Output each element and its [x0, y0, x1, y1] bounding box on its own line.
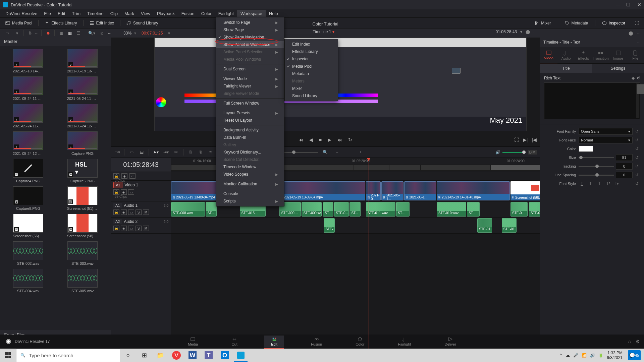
record-icon[interactable]: ⬤	[44, 29, 52, 37]
media-item[interactable]: ♪2021-05-18 14-50-...	[3, 49, 54, 73]
volume-slider[interactable]	[502, 152, 526, 153]
taskbar-explorer[interactable]: 📁	[152, 349, 168, 362]
submenu-item[interactable]: Meters	[285, 77, 338, 85]
timeline-clip[interactable]: ⎘2021-05-19 14-31-40.mp4	[437, 181, 510, 200]
menu-mark[interactable]: Mark	[121, 10, 138, 17]
media-item[interactable]: ♪2021-05-24 11-53-...	[57, 76, 108, 101]
submenu-item[interactable]: ✓Media Pool	[285, 63, 338, 70]
dim-button[interactable]: DIM	[528, 150, 537, 155]
subscript-button[interactable]: T₂	[613, 180, 620, 187]
menu-item[interactable]: Keyword Dictionary...	[216, 148, 284, 156]
media-item[interactable]: 🖼Screenshot (58).png	[57, 214, 108, 238]
settings-icon[interactable]: ⚙	[636, 339, 640, 344]
menu-item[interactable]: Layout Presets▶	[216, 109, 284, 117]
menu-item[interactable]: Video Scopes▶	[216, 171, 284, 178]
menu-view[interactable]: View	[138, 10, 154, 17]
menu-trim[interactable]: Trim	[69, 10, 84, 17]
menu-item[interactable]: Media Pool Windows	[216, 56, 284, 63]
page-color[interactable]: Color	[349, 336, 371, 348]
taskbar-word[interactable]: W	[184, 349, 201, 362]
menu-item[interactable]: Monitor Calibration▶	[216, 180, 284, 188]
match-frame-button[interactable]: ⛶	[514, 137, 519, 142]
next-edit-button[interactable]: ▶|	[523, 137, 528, 142]
timeline-clip[interactable]: ST...	[467, 202, 479, 217]
timeline-clip[interactable]: STE-008.wav	[171, 202, 205, 217]
submenu-item[interactable]: Mixer	[285, 85, 338, 92]
reset-icon[interactable]: ↺	[635, 164, 640, 169]
page-media[interactable]: Media	[181, 336, 205, 348]
superscript-button[interactable]: T²	[605, 180, 611, 187]
media-item[interactable]: ♪Capture.PNG	[57, 131, 108, 156]
media-grid[interactable]: ♪2021-05-18 14-50-...♪2021-05-19 13-09-.…	[0, 46, 111, 330]
edit-index-toggle[interactable]: Edit Index	[87, 20, 117, 26]
page-cut[interactable]: Cut	[225, 336, 244, 348]
size-slider[interactable]	[579, 157, 614, 158]
taskbar-taskview[interactable]: ⊞	[136, 349, 152, 362]
effects-library-toggle[interactable]: Effects Library	[42, 20, 79, 26]
menu-item[interactable]: Show Page▶	[216, 26, 284, 34]
media-item[interactable]: STE-004.wav	[3, 269, 54, 293]
size-value[interactable]: 51	[616, 154, 633, 161]
replace-icon[interactable]: ⟲	[208, 149, 214, 155]
rich-text-input[interactable]	[544, 82, 640, 119]
show-panel-submenu[interactable]: Edit IndexEffects Library✓Inspector✓Medi…	[284, 39, 338, 101]
taskbar-search[interactable]: 🔍 Type here to search	[16, 349, 120, 362]
media-item[interactable]: HSL ▾🖼Capture5.PNG	[57, 159, 108, 183]
taskbar-cortana[interactable]: ○	[120, 349, 136, 362]
reset-icon[interactable]: ↺	[635, 155, 640, 160]
timeline-clip[interactable]: ⎘2021-05-1...	[381, 181, 404, 200]
viewer-canvas[interactable]: May 2021	[154, 38, 527, 131]
track-head-a1[interactable]: A1Audio 12.0 🔒◈▭SM	[111, 201, 171, 218]
media-item[interactable]: ♪2021-05-24 12-11-...	[3, 131, 54, 156]
thumb-grid-icon[interactable]: ▦	[66, 29, 73, 37]
thumb-large-icon[interactable]: ▦	[57, 29, 65, 37]
menu-davinci-resolve[interactable]: DaVinci Resolve	[2, 10, 41, 17]
tray-mic-icon[interactable]: 🎤	[573, 353, 578, 358]
zoom-out-icon[interactable]: 🔍	[322, 149, 328, 155]
submenu-item[interactable]: Sound Library	[285, 92, 338, 100]
media-item[interactable]: STE-002.wav	[3, 241, 54, 265]
loop-button[interactable]: ↻	[348, 137, 352, 142]
tray-wifi-icon[interactable]: 📶	[582, 353, 587, 358]
menu-item[interactable]: Dual Screen▶	[216, 65, 284, 73]
track-head-subtitle[interactable]: 🔒◈▭ 8 Clips	[111, 172, 171, 181]
stop-button[interactable]: ■	[319, 137, 322, 142]
mixer-toggle[interactable]: Mixer	[532, 20, 553, 26]
expand-button[interactable]: ⛶	[632, 20, 641, 26]
timeline-clip[interactable]: STE-...	[324, 218, 335, 233]
taskbar-vivaldi[interactable]: V	[168, 349, 184, 362]
menu-item[interactable]: Reset UI Layout	[216, 117, 284, 124]
timeline-clip[interactable]: ST...	[350, 202, 361, 217]
insert-icon[interactable]: ⎘	[187, 149, 194, 155]
submenu-item[interactable]: Metadata	[285, 70, 338, 77]
inspector-toggle[interactable]: Inspector	[599, 20, 628, 26]
inspector-tab-image[interactable]: Image	[609, 47, 627, 63]
timeline-clip[interactable]: STE-0...	[334, 202, 349, 217]
chevron-down-icon[interactable]: ▾	[13, 29, 21, 37]
media-item[interactable]: 🖼Capture4.PNG	[3, 159, 54, 183]
timeline-clip[interactable]: STE-01...	[477, 218, 492, 233]
track-head-a2[interactable]: A2Audio 22.0 🔒◈▭SM	[111, 218, 171, 234]
options-icon[interactable]: ⬤	[627, 29, 635, 37]
reset-icon[interactable]: ↺	[635, 138, 640, 142]
menu-item[interactable]: Active Panel Selection▶	[216, 48, 284, 56]
tracking-slider[interactable]	[579, 166, 614, 167]
line-spacing-slider[interactable]	[579, 175, 614, 176]
media-item[interactable]: ♪2021-05-24 11-53-...	[3, 76, 54, 101]
menu-timeline[interactable]: Timeline	[84, 10, 107, 17]
menu-item[interactable]: Show Panel in Workspace▶	[216, 41, 284, 48]
media-item[interactable]: STE-003.wav	[57, 241, 108, 265]
section-rich-text[interactable]: Rich Text	[544, 76, 560, 80]
track-head-v1[interactable]: V1Video 1 🔒◈▭ 39 Clips	[111, 181, 171, 201]
blade-icon[interactable]: ✂	[173, 149, 179, 155]
tray-volume-icon[interactable]: 🔊	[590, 353, 595, 358]
tracking-value[interactable]: 0	[616, 163, 633, 170]
minimize-button[interactable]: ─	[616, 2, 620, 7]
timeline-clip[interactable]: ⎘2021-05-19 13-09-04.mp4	[279, 181, 365, 200]
sound-library-toggle[interactable]: Sound Library	[124, 20, 161, 26]
timeline-zoom-slider[interactable]	[281, 152, 318, 153]
menu-workspace[interactable]: Workspace	[237, 10, 266, 17]
timeline-selector[interactable]: Timeline 1▾	[313, 29, 335, 34]
menu-item[interactable]: Full Screen Window	[216, 100, 284, 107]
media-item[interactable]: ♪2021-05-24 11-55-...	[3, 104, 54, 128]
